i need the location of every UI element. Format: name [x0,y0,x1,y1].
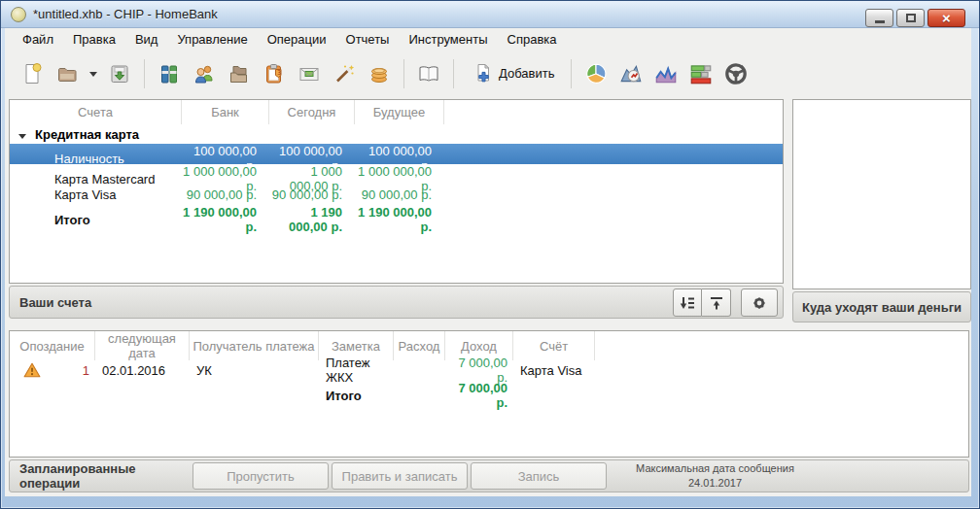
statistics-report-icon [618,61,644,86]
menu-bar: Файл Правка Вид Управление Операции Отче… [5,28,971,51]
total-bank-amount: 1 190 000,00 р. [182,205,269,234]
expander-icon[interactable] [18,134,26,139]
skip-button[interactable]: Пропустить [192,462,329,490]
window-title: *untitled.xhb - CHIP - HomeBank [33,7,218,21]
close-icon: × [942,11,951,25]
column-header-bank[interactable]: Банк [182,100,269,124]
accounts-panel: Счета Банк Сегодня Будущее Кредитная кар… [9,99,784,319]
column-header-late[interactable]: Опоздание [10,331,95,360]
insight-chart-area [792,99,971,289]
max-post-date-status: Максимальная дата сообщения 24.01.2017 [625,461,805,491]
budget-report-button[interactable] [683,55,718,92]
scheduled-footer-label: Запланированные операции [19,461,192,491]
add-button-label: Добавить [499,66,554,81]
payees-icon [192,62,216,85]
new-file-button[interactable] [15,55,50,92]
maximize-icon [906,14,916,22]
accounts-footer-label: Ваши счета [19,295,91,310]
menu-help[interactable]: Справка [498,29,567,50]
accounts-total-row: Итого 1 190 000,00 р. 1 190 000,00 р. 1 … [10,205,783,225]
column-header-next-date[interactable]: следующая дата [95,331,190,360]
memo: Платеж ЖКХ [319,356,394,385]
column-header-accounts[interactable]: Счета [10,100,182,124]
account-group-row[interactable]: Кредитная карта [10,124,783,144]
scheduled-table-header: Опоздание следующая дата Получатель плат… [10,331,968,356]
menu-tools[interactable]: Инструменты [399,29,497,50]
import-button[interactable] [102,55,137,92]
post-button[interactable]: Запись [471,462,607,490]
account-row[interactable]: Карта Visa 90 000,00 р. 90 000,00 р. 90 … [10,185,783,205]
warning-icon [23,362,41,378]
menu-file[interactable]: Файл [13,29,63,50]
app-icon[interactable] [11,7,26,22]
currencies-coins-icon [368,62,391,85]
skip-button-label: Пропустить [227,469,295,484]
scheduled-button[interactable]: 3 [257,55,292,92]
insight-footer-label: Куда уходят ваши деньги [802,300,962,315]
vehicle-cost-button[interactable] [718,55,753,92]
import-save-icon [108,62,131,85]
accounts-button[interactable] [152,55,187,92]
title-bar: *untitled.xhb - CHIP - HomeBank × [1,1,979,28]
svg-text:3: 3 [277,69,281,77]
open-folder-icon [55,62,79,85]
add-transaction-button[interactable]: Добавить [461,55,564,92]
scheduled-footer-bar: Запланированные операции Пропустить Прав… [9,459,969,492]
budget-button[interactable] [292,55,327,92]
late-count: 1 [83,363,89,378]
open-recent-caret-icon [88,68,99,80]
gear-icon [751,294,768,312]
assign-wand-icon [332,62,356,85]
account-group-label: Кредитная карта [35,127,139,142]
account-name: Наличность [10,152,182,166]
categories-button[interactable] [222,55,257,92]
statistics-report-button[interactable] [613,55,648,92]
column-header-future[interactable]: Будущее [355,100,444,124]
collapse-all-icon [708,294,725,312]
menu-reports[interactable]: Отчеты [336,29,400,50]
total-today-amount: 1 190 000,00 р. [269,205,355,234]
trend-report-button[interactable] [648,55,683,92]
categories-icon [228,62,251,85]
menu-edit[interactable]: Правка [63,29,125,50]
bank-amount: 90 000,00 р. [182,187,269,202]
next-date: 02.01.2016 [95,363,190,378]
payees-button[interactable] [187,55,222,92]
maximize-button[interactable] [896,9,925,27]
toolbar: 3 [5,51,971,96]
minimize-button[interactable] [865,9,893,27]
budget-report-icon [688,61,714,86]
ledger-button[interactable] [411,55,446,92]
menu-transactions[interactable]: Операции [258,29,336,50]
close-button[interactable]: × [928,9,965,27]
open-recent-button[interactable] [85,55,102,92]
edit-and-post-button[interactable]: Править и записать [332,462,468,490]
currencies-button[interactable] [362,55,397,92]
post-button-label: Запись [518,469,560,484]
column-header-today[interactable]: Сегодня [269,100,355,124]
accounts-table: Счета Банк Сегодня Будущее Кредитная кар… [9,99,784,284]
preferences-button[interactable] [741,288,778,317]
today-amount: 90 000,00 р. [269,187,355,202]
total-label: Итого [10,213,182,227]
collapse-all-button[interactable] [702,288,731,317]
column-header-expense[interactable]: Расход [394,331,445,360]
insight-panel: Куда уходят ваши деньги [792,99,971,322]
statistics-pie-icon [583,61,609,86]
window-content: Файл Правка Вид Управление Операции Отче… [5,28,971,496]
column-header-payee[interactable]: Получатель платежа [190,331,319,360]
statistics-pie-button[interactable] [578,55,613,92]
new-file-icon [20,62,44,85]
open-file-button[interactable] [50,55,85,92]
expand-all-button[interactable] [673,288,702,317]
column-header-filler [595,331,968,360]
assign-button[interactable] [327,55,362,92]
menu-manage[interactable]: Управление [167,29,257,50]
menu-view[interactable]: Вид [125,29,168,50]
scheduled-table: Опоздание следующая дата Получатель плат… [9,330,969,458]
column-header-account[interactable]: Счёт [513,331,595,360]
account-row[interactable]: Карта Mastercard 1 000 000,00 р. 1 000 0… [10,164,783,185]
main-area: Счета Банк Сегодня Будущее Кредитная кар… [5,96,971,496]
edit-and-post-button-label: Править и записать [342,469,458,484]
account-row-selected[interactable]: Наличность 100 000,00 р. 100 000,00 р. 1… [10,144,783,164]
